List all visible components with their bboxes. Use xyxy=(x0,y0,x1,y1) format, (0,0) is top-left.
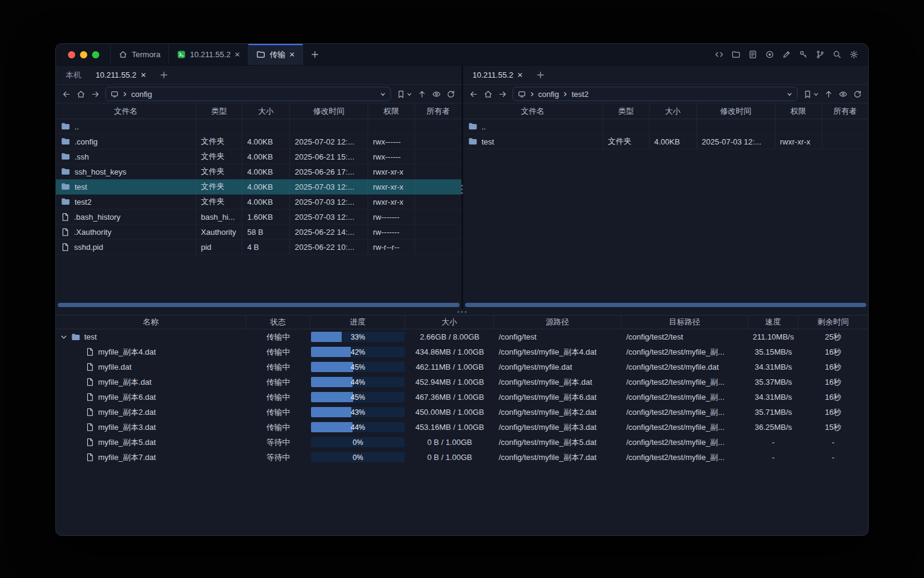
left-path-breadcrumb[interactable]: config xyxy=(105,87,391,101)
tab-remote-host[interactable]: 10.211.55.2 xyxy=(88,66,153,84)
transfer-row[interactable]: test传输中33%2.66GB / 8.00GB/config/test/co… xyxy=(56,329,868,344)
file-type xyxy=(196,119,242,134)
back-button[interactable] xyxy=(62,90,71,99)
code-icon[interactable] xyxy=(715,50,724,59)
col-size[interactable]: 大小 xyxy=(242,104,290,119)
refresh-button[interactable] xyxy=(853,90,862,99)
col-eta[interactable]: 剩余时间 xyxy=(798,315,868,329)
zoom-window-button[interactable] xyxy=(92,51,99,58)
up-directory-button[interactable] xyxy=(417,90,427,99)
file-row[interactable]: sshd.pidpid4 B2025-06-22 10:...rw-r--r-- xyxy=(56,240,461,255)
show-hidden-button[interactable] xyxy=(839,90,848,99)
file-row[interactable]: ssh_host_keys文件夹4.00KB2025-06-26 17:...r… xyxy=(56,164,461,179)
close-window-button[interactable] xyxy=(68,51,75,58)
home-button[interactable] xyxy=(76,90,85,99)
col-source-path[interactable]: 源路径 xyxy=(494,315,621,329)
new-panel-tab-button[interactable] xyxy=(153,70,174,79)
col-filename[interactable]: 文件名 xyxy=(463,104,603,119)
col-owner[interactable]: 所有者 xyxy=(822,104,869,119)
col-perm[interactable]: 权限 xyxy=(775,104,822,119)
transfer-src: /config/test/myfile_副本5.dat xyxy=(494,435,621,450)
file-row[interactable]: .config文件夹4.00KB2025-07-02 12:...rwx----… xyxy=(56,134,461,149)
breadcrumb-segment[interactable]: config xyxy=(538,90,559,99)
file-row[interactable]: test文件夹4.00KB2025-07-03 12:...rwxr-xr-x xyxy=(56,179,461,194)
transfer-row[interactable]: myfile_副本2.dat传输中43%450.00MB / 1.00GB/co… xyxy=(56,405,868,420)
new-panel-tab-button[interactable] xyxy=(530,70,551,79)
chevron-down-icon[interactable] xyxy=(787,92,792,97)
horizontal-scrollbar[interactable] xyxy=(58,303,460,307)
up-directory-button[interactable] xyxy=(824,90,833,99)
record-icon[interactable] xyxy=(765,50,774,59)
tab-termora[interactable]: Termora xyxy=(110,44,169,65)
chevron-down-icon[interactable] xyxy=(380,92,386,97)
collapse-chevron-icon[interactable] xyxy=(60,334,67,341)
close-tab-icon[interactable] xyxy=(517,72,523,78)
tab-remote-host[interactable]: 10.211.55.2 xyxy=(466,66,531,84)
show-hidden-button[interactable] xyxy=(432,90,441,99)
col-mtime[interactable]: 修改时间 xyxy=(697,104,775,119)
file-row[interactable]: .ssh文件夹4.00KB2025-06-21 15:...rwx------ xyxy=(56,149,461,164)
transfer-dst: /config/test2/test/myfile_副... xyxy=(621,405,748,420)
transfer-dst: /config/test2/test/myfile_副... xyxy=(621,450,748,465)
forward-button[interactable] xyxy=(91,90,100,99)
transfer-row[interactable]: myfile_副本3.dat传输中44%453.16MB / 1.00GB/co… xyxy=(56,420,868,435)
transfer-splitter[interactable] xyxy=(56,309,868,315)
col-target-path[interactable]: 目标路径 xyxy=(621,315,748,329)
col-name[interactable]: 名称 xyxy=(56,315,246,329)
refresh-button[interactable] xyxy=(446,90,455,99)
right-path-breadcrumb[interactable]: config test2 xyxy=(513,87,798,101)
file-row[interactable]: .. xyxy=(56,119,461,134)
col-type[interactable]: 类型 xyxy=(196,104,242,119)
folder-icon[interactable] xyxy=(732,50,741,59)
horizontal-scrollbar[interactable] xyxy=(465,303,867,307)
close-tab-icon[interactable] xyxy=(235,52,240,57)
file-row[interactable]: test文件夹4.00KB2025-07-03 12:...rwxr-xr-x xyxy=(463,134,869,149)
bookmark-button[interactable] xyxy=(396,90,412,99)
splitter-grip[interactable] xyxy=(458,311,467,313)
col-type[interactable]: 类型 xyxy=(603,104,650,119)
close-tab-icon[interactable] xyxy=(289,52,295,57)
edit-icon[interactable] xyxy=(782,50,791,59)
key-icon[interactable] xyxy=(799,50,808,59)
breadcrumb-segment[interactable]: config xyxy=(131,90,152,99)
search-icon[interactable] xyxy=(833,50,842,59)
settings-icon[interactable] xyxy=(849,50,858,59)
col-filename[interactable]: 文件名 xyxy=(56,104,196,119)
file-name: test xyxy=(75,182,87,191)
file-row[interactable]: .bash_historybash_hi...1.60KB2025-07-03 … xyxy=(56,210,461,225)
file-row[interactable]: test2文件夹4.00KB2025-07-03 12:...rwxr-xr-x xyxy=(56,194,461,210)
bookmark-button[interactable] xyxy=(803,90,819,99)
transfer-row[interactable]: myfile_副本.dat传输中44%452.94MB / 1.00GB/con… xyxy=(56,374,868,390)
tab-local[interactable]: 本机 xyxy=(58,66,88,84)
minimize-window-button[interactable] xyxy=(80,51,87,58)
file-row[interactable]: .. xyxy=(463,119,869,134)
home-button[interactable] xyxy=(484,90,493,99)
forward-button[interactable] xyxy=(498,90,507,99)
col-mtime[interactable]: 修改时间 xyxy=(290,104,368,119)
transfer-size: 2.66GB / 8.00GB xyxy=(405,329,494,344)
tab-transfer[interactable]: 传输 xyxy=(248,44,303,65)
col-status[interactable]: 状态 xyxy=(246,315,310,329)
col-size[interactable]: 大小 xyxy=(650,104,697,119)
col-perm[interactable]: 权限 xyxy=(368,104,415,119)
transfer-row[interactable]: myfile_副本6.dat传输中45%467.36MB / 1.00GB/co… xyxy=(56,390,868,405)
col-progress[interactable]: 进度 xyxy=(310,315,405,329)
transfer-row[interactable]: myfile.dat传输中45%462.11MB / 1.00GB/config… xyxy=(56,359,868,374)
col-owner[interactable]: 所有者 xyxy=(415,104,461,119)
progress-label: 43% xyxy=(311,407,405,417)
col-speed[interactable]: 速度 xyxy=(748,315,798,329)
tab-host-10-211-55-2[interactable]: 10.211.55.2 xyxy=(169,44,249,65)
close-tab-icon[interactable] xyxy=(141,72,146,78)
transfer-row[interactable]: myfile_副本4.dat传输中42%434.86MB / 1.00GB/co… xyxy=(56,344,868,359)
transfer-row[interactable]: myfile_副本5.dat等待中0%0 B / 1.00GB/config/t… xyxy=(56,435,868,450)
transfer-row[interactable]: myfile_副本7.dat等待中0%0 B / 1.00GB/config/t… xyxy=(56,450,868,465)
col-size[interactable]: 大小 xyxy=(405,315,494,329)
log-icon[interactable] xyxy=(748,50,757,59)
transfer-speed: 211.10MB/s xyxy=(748,329,798,344)
breadcrumb-segment[interactable]: test2 xyxy=(571,90,588,99)
file-row[interactable]: .XauthorityXauthority58 B2025-06-22 14:.… xyxy=(56,225,461,240)
new-app-tab-button[interactable] xyxy=(303,44,327,65)
back-button[interactable] xyxy=(469,90,478,99)
branch-icon[interactable] xyxy=(816,50,825,59)
file-size: 4.00KB xyxy=(242,194,290,210)
